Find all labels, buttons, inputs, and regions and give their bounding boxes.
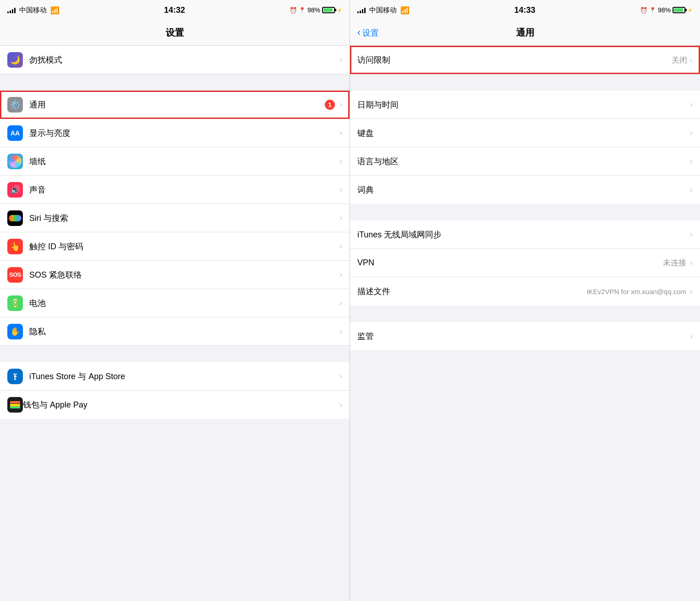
separator-1 [0, 74, 350, 91]
wallet-icon [7, 397, 23, 413]
vpn-value: 未连接 [663, 258, 686, 268]
wallpaper-icon [7, 154, 23, 169]
wallet-label: 钱包与 Apple Pay [23, 399, 339, 410]
touchid-chevron: › [339, 241, 342, 251]
settings-row-display[interactable]: AA 显示与亮度 › [0, 119, 350, 147]
general-icon: ⚙️ [7, 97, 23, 113]
dnd-label: 勿扰模式 [29, 54, 339, 65]
profile-value: IKEv2VPN for xm.xuan@qq.com [587, 288, 686, 295]
datetime-chevron: › [690, 100, 693, 109]
battery-chevron: › [339, 298, 342, 308]
wallpaper-label: 墙纸 [29, 156, 339, 167]
settings-row-vpn[interactable]: VPN 未连接 › [350, 249, 700, 277]
restrictions-section: 访问限制 关闭 › [350, 46, 700, 74]
signal-icon [7, 7, 16, 13]
battery-row-icon: 🔋 [7, 295, 23, 311]
settings-row-itunes-sync[interactable]: iTunes 无线局域网同步 › [350, 220, 700, 249]
right-nav-title: 通用 [516, 27, 534, 39]
settings-row-dnd[interactable]: 🌙 勿扰模式 › [0, 46, 350, 74]
svg-point-1 [14, 378, 16, 380]
right-wifi-icon: 📶 [400, 6, 409, 15]
restrictions-value: 关闭 [672, 55, 687, 65]
profile-chevron: › [690, 287, 693, 296]
general-label: 通用 [29, 99, 325, 110]
right-separator-2 [350, 204, 700, 220]
back-button[interactable]: ‹ 设置 [357, 27, 379, 38]
svg-rect-3 [10, 401, 20, 403]
display-chevron: › [339, 128, 342, 138]
settings-row-language[interactable]: 语言与地区 › [350, 147, 700, 176]
vpn-chevron: › [690, 258, 693, 268]
right-separator-1 [350, 74, 700, 91]
svg-rect-4 [10, 404, 20, 406]
itunes-chevron: › [339, 371, 342, 381]
left-time: 14:32 [164, 5, 185, 15]
settings-row-datetime[interactable]: 日期与时间 › [350, 91, 700, 119]
supervision-label: 监管 [357, 331, 690, 342]
left-status-right: ⏰ 📍 98% ⚡ [290, 6, 342, 14]
battery-icon-right: ⚡ [673, 7, 693, 13]
right-status-bar: 中国移动 📶 14:33 ⏰ 📍 98% ⚡ [350, 0, 700, 20]
touchid-icon: 👆 [7, 239, 23, 254]
right-status-left: 中国移动 📶 [357, 6, 409, 15]
right-alarm-icon: ⏰ [640, 7, 647, 14]
settings-row-sounds[interactable]: 🔊 声音 › [0, 176, 350, 204]
wallet-chevron: › [339, 400, 342, 410]
wallpaper-chevron: › [339, 156, 342, 166]
left-settings-list: 🌙 勿扰模式 › ⚙️ 通用 1 › AA 显示与亮度 › [0, 46, 350, 601]
wifi-icon: 📶 [50, 6, 59, 15]
bottom-section: iTunes 无线局域网同步 › VPN 未连接 › 描述文件 IKEv2VPN… [350, 220, 700, 306]
battery-icon-left: ⚡ [322, 7, 342, 13]
carrier-label: 中国移动 [19, 6, 47, 15]
display-icon: AA [7, 125, 23, 141]
settings-row-wallpaper[interactable]: 墙纸 › [0, 147, 350, 176]
settings-row-supervision[interactable]: 监管 › [350, 322, 700, 350]
siri-label: Siri 与搜索 [29, 213, 339, 224]
sounds-icon: 🔊 [7, 182, 23, 198]
alarm-icon: ⏰ [290, 7, 297, 14]
back-label: 设置 [362, 27, 379, 38]
svg-rect-5 [10, 406, 20, 408]
settings-row-dictionary[interactable]: 词典 › [350, 176, 700, 204]
sos-chevron: › [339, 270, 342, 279]
settings-row-general[interactable]: ⚙️ 通用 1 › [0, 91, 350, 119]
right-nav-bar: ‹ 设置 通用 [350, 20, 700, 46]
settings-row-profile[interactable]: 描述文件 IKEv2VPN for xm.xuan@qq.com › [350, 277, 700, 306]
battery-label: 电池 [29, 298, 339, 309]
settings-row-restrictions[interactable]: 访问限制 关闭 › [350, 46, 700, 74]
settings-row-battery[interactable]: 🔋 电池 › [0, 289, 350, 317]
right-settings-list: 访问限制 关闭 › 日期与时间 › 键盘 › 语言与地区 › 词典 › [350, 46, 700, 601]
right-carrier-label: 中国移动 [369, 6, 397, 15]
sounds-label: 声音 [29, 184, 339, 195]
settings-row-itunes[interactable]: iTunes Store 与 App Store › [0, 362, 350, 391]
itunes-label: iTunes Store 与 App Store [29, 371, 339, 382]
language-chevron: › [690, 156, 693, 166]
left-nav-bar: 设置 [0, 20, 350, 46]
left-status-left: 中国移动 📶 [7, 6, 59, 15]
profile-label: 描述文件 [357, 286, 587, 297]
settings-row-privacy[interactable]: ✋ 隐私 › [0, 317, 350, 346]
settings-row-keyboard[interactable]: 键盘 › [350, 119, 700, 147]
siri-chevron: › [339, 213, 342, 223]
privacy-label: 隐私 [29, 326, 339, 337]
left-nav-title: 设置 [166, 27, 184, 39]
display-label: 显示与亮度 [29, 128, 339, 139]
settings-row-wallet[interactable]: 钱包与 Apple Pay › [0, 391, 350, 419]
language-label: 语言与地区 [357, 156, 690, 167]
dnd-icon: 🌙 [7, 52, 23, 68]
vpn-label: VPN [357, 258, 663, 268]
right-status-right: ⏰ 📍 98% ⚡ [640, 6, 693, 14]
dictionary-label: 词典 [357, 184, 690, 195]
right-location-icon: 📍 [649, 7, 656, 13]
restrictions-label: 访问限制 [357, 54, 672, 65]
right-separator-3 [350, 306, 700, 322]
itunes-sync-chevron: › [690, 230, 693, 239]
settings-row-touchid[interactable]: 👆 触控 ID 与密码 › [0, 232, 350, 261]
settings-row-siri[interactable]: Siri 与搜索 › [0, 204, 350, 232]
siri-icon [7, 210, 23, 226]
settings-row-sos[interactable]: SOS SOS 紧急联络 › [0, 261, 350, 289]
right-separator-4 [350, 350, 700, 367]
supervision-chevron: › [690, 332, 693, 341]
privacy-chevron: › [339, 327, 342, 336]
touchid-label: 触控 ID 与密码 [29, 241, 339, 252]
